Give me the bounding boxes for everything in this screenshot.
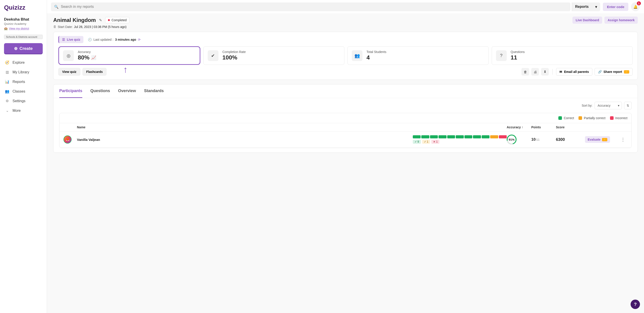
divider — [552, 69, 552, 75]
live-dashboard-button[interactable]: Live Dashboard — [572, 16, 602, 24]
create-button[interactable]: ⊕ Create — [4, 43, 43, 54]
stat-students: 👥 Total Students 4 — [348, 46, 488, 65]
nav-reports[interactable]: 📊Reports — [0, 77, 47, 86]
evaluate-button[interactable]: Evaluate⚡ — [585, 136, 610, 143]
share-report-button[interactable]: 🔗 Share report ⚡ — [594, 68, 632, 76]
tab-questions[interactable]: Questions — [90, 84, 110, 98]
points-cell: 10/11 — [531, 137, 556, 142]
participants-table: Correct Partially correct Incorrect Name… — [59, 113, 632, 148]
nav-settings[interactable]: ⚙Settings — [0, 96, 47, 106]
search-filter-dropdown[interactable]: Reports ▾ — [572, 2, 600, 11]
trash-icon: 🗑 — [524, 70, 527, 74]
sort-value: Accuracy — [598, 104, 610, 107]
start-date-row: 🗓 Start Date: Jul 28, 2023 | 03:36 PM (5… — [47, 24, 644, 32]
logo: Quizizz — [0, 3, 47, 16]
nav-classes[interactable]: 👥Classes — [0, 86, 47, 96]
share-icon: 🔗 — [598, 70, 602, 74]
create-label: Create — [20, 46, 33, 51]
nav-label: Classes — [12, 90, 25, 94]
sidebar: Quizizz Deeksha Bhat Quizizz Academy 🏫 V… — [0, 0, 47, 313]
stat-value: 80% — [78, 54, 90, 61]
col-name[interactable]: Name — [77, 126, 413, 129]
nav-label: Reports — [12, 80, 25, 84]
nav-explore[interactable]: 🧭Explore — [0, 58, 47, 67]
table-row[interactable]: 🦊 Vanilla Valjean ✓9 ✓1 ✕1 91% 10/11 — [60, 132, 632, 148]
view-district-link[interactable]: 🏫 View my district — [4, 27, 43, 30]
share-report-label: Share report — [604, 70, 622, 74]
print-icon: 🖨 — [534, 70, 537, 74]
avatar: 🦊 — [64, 136, 72, 144]
print-button[interactable]: 🖨 — [531, 68, 539, 76]
stat-label: Completion Rate — [222, 50, 246, 54]
chevron-down-icon: ⌄ — [5, 108, 10, 113]
nav: 🧭Explore ▥My Library 📊Reports 👥Classes ⚙… — [0, 58, 47, 115]
compass-icon: 🧭 — [5, 60, 10, 64]
score-cell: 6300 — [556, 137, 585, 142]
stat-questions: ? Questions 11 — [492, 46, 633, 65]
col-score[interactable]: Score — [556, 126, 585, 129]
sort-row: Sort by: Accuracy ⇅ — [54, 98, 638, 113]
school-icon: 🏫 — [4, 27, 8, 30]
tab-standards[interactable]: Standards — [144, 84, 164, 98]
legend-correct-swatch — [558, 116, 562, 120]
check-circle-icon: ✔ — [208, 50, 218, 61]
correct-chip: ✓9 — [413, 140, 421, 144]
tabs-panel: Participants Questions Overview Standard… — [53, 84, 638, 153]
download-icon: ⬇ — [544, 70, 546, 74]
download-button[interactable]: ⬇ — [541, 68, 549, 76]
notification-count: 1 — [637, 1, 641, 5]
tab-overview[interactable]: Overview — [118, 84, 136, 98]
stat-value: 100% — [222, 54, 238, 61]
sort-dropdown[interactable]: Accuracy — [594, 102, 622, 109]
nav-library[interactable]: ▥My Library — [0, 67, 47, 77]
tab-participants[interactable]: Participants — [59, 84, 82, 98]
edit-title-icon[interactable]: ✎ — [99, 18, 102, 22]
search-input[interactable] — [61, 5, 567, 9]
user-org: Quizizz Academy — [4, 22, 43, 26]
help-button[interactable]: ? — [630, 300, 640, 309]
participant-name: Vanilla Valjean — [77, 138, 413, 142]
plus-icon: ⊕ — [14, 46, 18, 51]
calendar-icon: 🗓 — [53, 25, 56, 28]
delete-button[interactable]: 🗑 — [522, 68, 529, 76]
mail-icon: ✉ — [560, 70, 562, 74]
enter-code-button[interactable]: Enter code — [603, 3, 628, 11]
assign-homework-button[interactable]: Assign homework — [604, 16, 638, 24]
live-quiz-label: Live quiz — [67, 38, 80, 41]
start-date-label: Start Date: — [58, 25, 73, 28]
caret-down-icon: ▾ — [595, 5, 597, 9]
flashcards-button[interactable]: Flashcards — [82, 68, 107, 76]
email-parents-button[interactable]: ✉ Email all parents — [556, 68, 592, 76]
filter-label: Reports — [575, 5, 588, 9]
nav-more[interactable]: ⌄More — [0, 106, 47, 115]
refresh-icon[interactable]: ⟳ — [138, 38, 141, 41]
legend: Correct Partially correct Incorrect — [60, 113, 632, 123]
sort-direction-button[interactable]: ⇅ — [624, 102, 632, 109]
legend-incorrect-swatch — [610, 116, 614, 120]
nav-label: My Library — [12, 70, 29, 74]
legend-partial-label: Partially correct — [584, 116, 605, 120]
status-dot-icon — [108, 19, 110, 21]
library-icon: ▥ — [5, 70, 10, 74]
bolt-icon: ⚡ — [624, 70, 629, 74]
chart-icon: 📊 — [5, 80, 10, 84]
stat-label: Accuracy — [78, 50, 96, 54]
bolt-icon: ⚡ — [602, 138, 607, 141]
check-icon: ✓ — [414, 140, 417, 143]
col-points[interactable]: Points — [531, 126, 556, 129]
view-quiz-button[interactable]: View quiz — [58, 68, 80, 76]
last-updated: 🕘 Last updated : 3 minutes ago ⟳ — [88, 38, 141, 41]
main: 🔍 Reports ▾ Enter code 🔔 1 Animal Kingdo… — [47, 0, 644, 313]
bell-icon: 🔔 — [633, 5, 638, 9]
email-parents-label: Email all parents — [564, 70, 589, 74]
live-quiz-chip[interactable]: ☰ Live quiz — [58, 36, 84, 43]
gear-icon: ⚙ — [5, 99, 10, 103]
search-wrap[interactable]: 🔍 — [51, 2, 570, 11]
col-accuracy[interactable]: Accuracy ↑ — [507, 126, 531, 129]
question-icon: ? — [496, 50, 507, 61]
updated-value: 3 minutes ago — [115, 38, 136, 41]
notifications-button[interactable]: 🔔 1 — [631, 2, 640, 11]
row-menu-button[interactable]: ⋮ — [618, 137, 628, 142]
status-badge: Completed — [105, 17, 130, 23]
legend-correct-label: Correct — [564, 116, 574, 120]
